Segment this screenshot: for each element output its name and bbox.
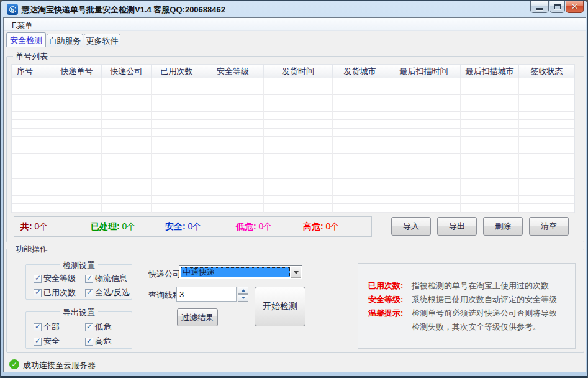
- close-button[interactable]: ✕: [566, 1, 584, 13]
- tip-safety-level: 安全等级: 系统根据已使用次数自动评定的安全等级: [368, 293, 575, 307]
- tip-desc: 检测单号前必须选对快递公司否则将导致: [412, 307, 557, 320]
- stat-high-risk-value: 0个: [326, 221, 340, 231]
- close-icon: ✕: [571, 2, 578, 11]
- export-settings-title: 导出设置: [26, 307, 132, 318]
- titlebar[interactable]: b 慧达淘宝快递单号批量安全检测V1.4 客服QQ:200688462 ✕: [1, 1, 587, 17]
- start-detect-button[interactable]: 开始检测: [255, 287, 305, 326]
- statusbar: 成功连接至云服务器: [4, 356, 586, 372]
- chevron-down-icon: [294, 271, 299, 274]
- checkbox-export-safe[interactable]: 安全: [34, 336, 60, 347]
- tips-panel: 已用次数: 指被检测的单号在淘宝上使用过的次数 安全等级: 系统根据已使用次数自…: [358, 263, 576, 349]
- function-group-label: 功能操作: [13, 244, 50, 254]
- stat-total-value: 0个: [35, 221, 48, 231]
- tip-desc: 系统根据已使用次数自动评定的安全等级: [412, 293, 557, 307]
- stat-processed-value: 0个: [122, 221, 136, 231]
- header-cell-courier-company[interactable]: 快递公司: [102, 65, 152, 78]
- cloud-connected-check-icon: [9, 359, 19, 369]
- table-column: [461, 78, 519, 213]
- maximize-button[interactable]: [550, 1, 565, 13]
- export-button[interactable]: 导出: [437, 217, 477, 236]
- checkbox-checked-icon: [34, 338, 42, 346]
- chevron-down-icon: [242, 297, 245, 299]
- minimize-button[interactable]: [530, 1, 549, 13]
- stat-processed: 已处理: 0个: [91, 221, 135, 233]
- table-column: [333, 78, 387, 213]
- thread-count-input[interactable]: [176, 287, 237, 302]
- delete-button[interactable]: 删除: [483, 217, 523, 236]
- checkbox-export-high-risk[interactable]: 高危: [85, 336, 111, 347]
- stat-safe-value: 0个: [188, 221, 202, 231]
- courier-selected-value: 中通快递: [181, 267, 290, 277]
- spinner-down-button[interactable]: [238, 294, 248, 302]
- header-cell-ship-city[interactable]: 发货城市: [333, 65, 387, 78]
- stat-safe: 安全: 0个: [165, 221, 201, 233]
- menubar: F.菜单: [4, 18, 586, 31]
- spinner-up-button[interactable]: [238, 287, 248, 294]
- tab-more-software[interactable]: 更多软件: [84, 34, 120, 47]
- checkbox-logistics-info[interactable]: 物流信息: [85, 273, 127, 284]
- courier-company-label: 快递公司:: [148, 269, 183, 280]
- header-cell-used-count[interactable]: 已用次数: [152, 65, 202, 78]
- checkbox-safety-level[interactable]: 安全等级: [34, 273, 76, 284]
- header-cell-safety-level[interactable]: 安全等级: [202, 65, 264, 78]
- chevron-up-icon: [242, 289, 245, 292]
- menu-item-file[interactable]: F.菜单: [9, 20, 35, 32]
- header-cell-sign-status[interactable]: 签收状态: [519, 65, 574, 78]
- stat-total: 共: 0个: [20, 221, 48, 233]
- window-title: 慧达淘宝快递单号批量安全检测V1.4 客服QQ:200688462: [22, 4, 225, 16]
- minimize-icon: [536, 8, 543, 10]
- checkbox-checked-icon: [85, 289, 93, 297]
- checkbox-checked-icon: [85, 338, 93, 346]
- table-header-row: 序号 快递单号 快递公司 已用次数 安全等级 发货时间 发货城市 最后扫描时间 …: [12, 65, 574, 78]
- courier-dropdown-button[interactable]: [291, 267, 301, 278]
- checkbox-checked-icon: [85, 323, 93, 331]
- order-table: 序号 快递单号 快递公司 已用次数 安全等级 发货时间 发货城市 最后扫描时间 …: [11, 64, 575, 213]
- menu-label: .菜单: [16, 21, 32, 30]
- table-column: [387, 78, 461, 213]
- tab-security-check[interactable]: 安全检测: [6, 32, 46, 47]
- table-column: [102, 78, 152, 213]
- table-column: [152, 78, 202, 213]
- tabstrip-divider: [4, 47, 586, 47]
- header-cell-tracking-number[interactable]: 快递单号: [52, 65, 102, 78]
- header-cell-ship-time[interactable]: 发货时间: [264, 65, 333, 78]
- import-button[interactable]: 导入: [391, 217, 431, 236]
- stat-high-risk: 高危: 0个: [303, 221, 339, 233]
- checkbox-select-all-invert[interactable]: 全选/反选: [85, 287, 130, 298]
- header-cell-index[interactable]: 序号: [12, 65, 52, 78]
- table-column: [202, 78, 264, 213]
- app-window: b 慧达淘宝快递单号批量安全检测V1.4 客服QQ:200688462 ✕ F.…: [0, 0, 588, 378]
- maximize-icon: [554, 4, 561, 9]
- checkbox-used-count[interactable]: 已用次数: [34, 287, 76, 298]
- order-list-group-label: 单号列表: [13, 52, 50, 61]
- stat-total-label: 共:: [20, 221, 32, 231]
- table-body-empty[interactable]: [12, 78, 574, 213]
- table-column: [264, 78, 333, 213]
- stat-low-risk-value: 0个: [259, 221, 273, 231]
- checkbox-export-all[interactable]: 全部: [34, 321, 60, 333]
- table-column: [52, 78, 102, 213]
- export-settings-group: 导出设置 全部 低危 安全 高危: [25, 311, 132, 349]
- filter-results-button[interactable]: 过滤结果: [177, 308, 218, 326]
- stat-safe-label: 安全:: [165, 221, 186, 231]
- checkbox-checked-icon: [34, 289, 42, 297]
- table-column: [519, 78, 574, 213]
- checkbox-checked-icon: [34, 275, 42, 283]
- header-cell-last-scan-time[interactable]: 最后扫描时间: [387, 65, 461, 78]
- detect-settings-group: 检测设置 安全等级 物流信息 已用次数 全选/反选: [25, 264, 132, 300]
- header-cell-last-scan-city[interactable]: 最后扫描城市: [461, 65, 519, 78]
- tab-self-service[interactable]: 自助服务: [47, 34, 83, 47]
- clear-button[interactable]: 清空: [529, 217, 569, 236]
- client-area: F.菜单 安全检测 自助服务 更多软件 单号列表 序号 快递单号 快递公司 已用…: [3, 17, 586, 372]
- tip-term-spacer: [368, 320, 412, 334]
- status-text: 成功连接至云服务器: [23, 360, 96, 371]
- checkbox-export-low-risk[interactable]: 低危: [85, 321, 111, 333]
- detect-settings-title: 检测设置: [26, 259, 132, 271]
- order-list-groupbox: 单号列表 序号 快递单号 快递公司 已用次数 安全等级 发货时间 发货城市 最后…: [6, 56, 584, 242]
- tip-desc: 指被检测的单号在淘宝上使用过的次数: [412, 279, 549, 293]
- stat-low-risk-label: 低危:: [236, 221, 256, 231]
- tip-desc: 检测失败，其次安全等级仅供参考。: [412, 320, 541, 334]
- checkbox-checked-icon: [34, 323, 42, 331]
- courier-select[interactable]: 中通快递: [179, 265, 302, 279]
- app-logo-letter: b: [9, 6, 16, 13]
